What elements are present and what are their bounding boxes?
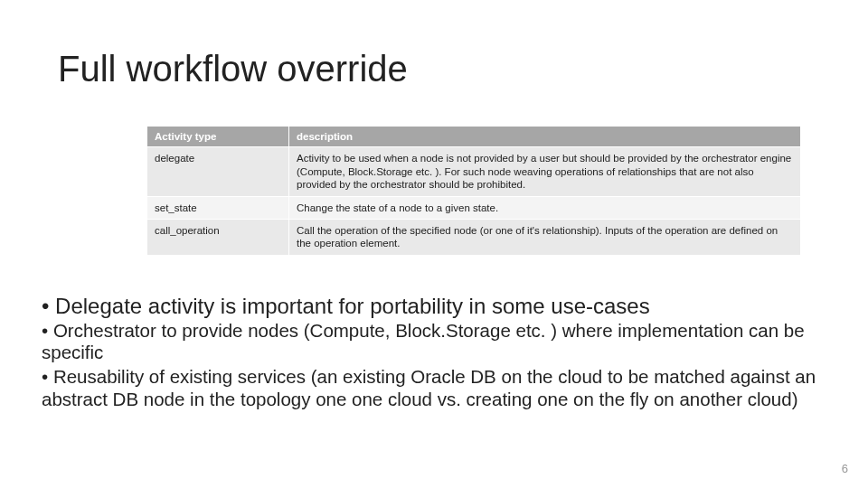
slide-title: Full workflow override — [58, 49, 408, 89]
table-header-row: Activity type description — [147, 127, 801, 147]
bullet-sub: Orchestrator to provide nodes (Compute, … — [42, 320, 826, 364]
body-text: Delegate activity is important for porta… — [42, 294, 826, 414]
table-row: set_state Change the state of a node to … — [147, 196, 801, 219]
page-number: 6 — [842, 462, 848, 475]
table-row: call_operation Call the operation of the… — [147, 219, 801, 255]
cell-activity-type: set_state — [147, 196, 289, 219]
bullet-sub: Reusability of existing services (an exi… — [42, 366, 826, 410]
cell-description: Call the operation of the specified node… — [289, 219, 801, 255]
slide: Full workflow override Activity type des… — [0, 0, 868, 488]
cell-description: Activity to be used when a node is not p… — [289, 147, 801, 196]
table-row: delegate Activity to be used when a node… — [147, 147, 801, 196]
cell-activity-type: call_operation — [147, 219, 289, 255]
cell-activity-type: delegate — [147, 147, 289, 196]
bullet-main: Delegate activity is important for porta… — [42, 294, 826, 410]
header-description: description — [289, 127, 801, 147]
cell-description: Change the state of a node to a given st… — [289, 196, 801, 219]
activity-table: Activity type description delegate Activ… — [146, 126, 801, 256]
header-activity-type: Activity type — [147, 127, 289, 147]
bullet-main-text: Delegate activity is important for porta… — [55, 294, 650, 318]
